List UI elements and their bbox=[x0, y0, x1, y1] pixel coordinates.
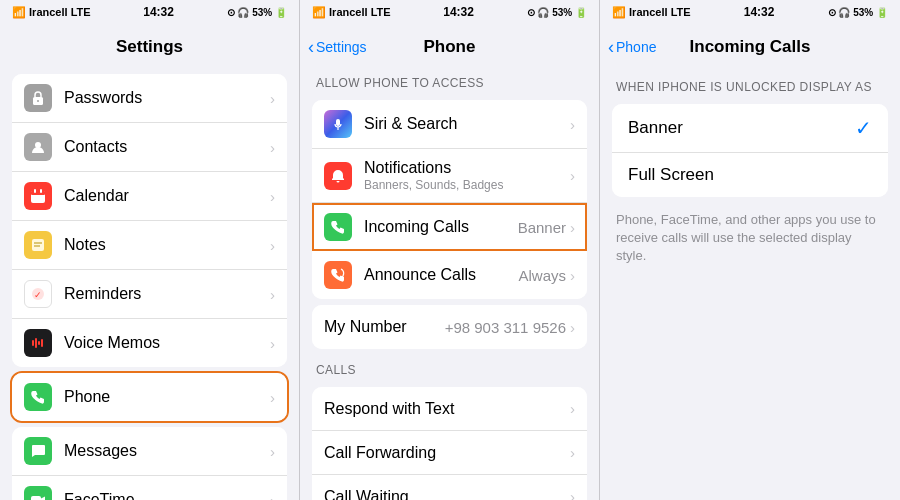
phone-item-notifications[interactable]: Notifications Banners, Sounds, Badges › bbox=[312, 149, 587, 203]
settings-item-messages[interactable]: Messages › bbox=[12, 427, 287, 476]
carrier-1: 📶 Irancell LTE bbox=[12, 6, 91, 19]
respondtext-label: Respond with Text bbox=[324, 400, 570, 418]
display-as-label: WHEN IPHONE IS UNLOCKED DISPLAY AS bbox=[600, 68, 900, 98]
calendar-icon bbox=[24, 182, 52, 210]
callforwarding-chevron: › bbox=[570, 444, 575, 461]
mynumber-label: My Number bbox=[324, 318, 445, 336]
announcecalls-label: Announce Calls bbox=[364, 266, 518, 284]
callwaiting-chevron: › bbox=[570, 488, 575, 500]
phone-header: ‹ Settings Phone bbox=[300, 24, 599, 68]
svg-text:✓: ✓ bbox=[34, 290, 42, 300]
voicememos-icon bbox=[24, 329, 52, 357]
calendar-chevron: › bbox=[270, 188, 275, 205]
phone-back-button[interactable]: ‹ Phone bbox=[608, 39, 656, 56]
siri-icon bbox=[324, 110, 352, 138]
phone-item-incomingcalls[interactable]: Incoming Calls Banner › bbox=[312, 203, 587, 251]
settings-header: Settings bbox=[0, 24, 299, 68]
settings-section-1: Passwords › Contacts › bbox=[12, 74, 287, 367]
settings-item-contacts[interactable]: Contacts › bbox=[12, 123, 287, 172]
notes-label: Notes bbox=[64, 236, 270, 254]
notifications-label: Notifications bbox=[364, 159, 570, 177]
mynumber-value: +98 903 311 9526 bbox=[445, 319, 566, 336]
calls-section-label: CALLS bbox=[300, 355, 599, 381]
option-fullscreen[interactable]: Full Screen bbox=[612, 153, 888, 197]
settings-item-facetime[interactable]: FaceTime › bbox=[12, 476, 287, 500]
phone-item-mynumber[interactable]: My Number +98 903 311 9526 › bbox=[312, 305, 587, 349]
phone-item-siri[interactable]: Siri & Search › bbox=[312, 100, 587, 149]
phone-icon bbox=[24, 383, 52, 411]
incomingcalls-icon bbox=[324, 213, 352, 241]
settings-item-reminders[interactable]: ✓ Reminders › bbox=[12, 270, 287, 319]
messages-icon bbox=[24, 437, 52, 465]
allow-access-label: ALLOW PHONE TO ACCESS bbox=[300, 68, 599, 94]
phone-chevron: › bbox=[270, 389, 275, 406]
settings-item-notes[interactable]: Notes › bbox=[12, 221, 287, 270]
incomingcalls-label: Incoming Calls bbox=[364, 218, 518, 236]
svg-rect-12 bbox=[32, 340, 34, 346]
display-description: Phone, FaceTime, and other apps you use … bbox=[600, 203, 900, 274]
back-label-2: Phone bbox=[616, 39, 656, 55]
callforwarding-label: Call Forwarding bbox=[324, 444, 570, 462]
phone-panel: 📶 Irancell LTE 14:32 ⊙ 🎧 53% 🔋 ‹ Setting… bbox=[300, 0, 600, 500]
voicememos-label: Voice Memos bbox=[64, 334, 270, 352]
incomingcalls-value: Banner bbox=[518, 219, 566, 236]
announcecalls-chevron: › bbox=[570, 267, 575, 284]
phone-item-callwaiting[interactable]: Call Waiting › bbox=[312, 475, 587, 500]
phone-item-respondtext[interactable]: Respond with Text › bbox=[312, 387, 587, 431]
incomingcalls-content: WHEN IPHONE IS UNLOCKED DISPLAY AS Banne… bbox=[600, 68, 900, 500]
phone-label: Phone bbox=[64, 388, 270, 406]
fullscreen-label: Full Screen bbox=[628, 165, 872, 185]
time-1: 14:32 bbox=[143, 5, 174, 19]
status-bar-1: 📶 Irancell LTE 14:32 ⊙ 🎧 53% 🔋 bbox=[0, 0, 299, 24]
status-bar-2: 📶 Irancell LTE 14:32 ⊙ 🎧 53% 🔋 bbox=[300, 0, 599, 24]
settings-title: Settings bbox=[116, 37, 183, 57]
status-bar-3: 📶 Irancell LTE 14:32 ⊙ 🎧 53% 🔋 UB19 bbox=[600, 0, 900, 24]
notifications-icon bbox=[324, 162, 352, 190]
settings-section-2: Messages › FaceTime › bbox=[12, 427, 287, 500]
incoming-calls-row[interactable]: Incoming Calls Banner › bbox=[312, 203, 587, 251]
reminders-icon: ✓ bbox=[24, 280, 52, 308]
respondtext-chevron: › bbox=[570, 400, 575, 417]
passwords-icon bbox=[24, 84, 52, 112]
option-banner[interactable]: Banner ✓ bbox=[612, 104, 888, 153]
phone-item-callforwarding[interactable]: Call Forwarding › bbox=[312, 431, 587, 475]
settings-back-button[interactable]: ‹ Settings bbox=[308, 39, 367, 56]
phone-item-announcecalls[interactable]: Announce Calls Always › bbox=[312, 251, 587, 299]
notifications-chevron: › bbox=[570, 167, 575, 184]
settings-item-phone[interactable]: Phone › bbox=[12, 373, 287, 421]
svg-rect-14 bbox=[38, 341, 40, 345]
svg-rect-15 bbox=[41, 339, 43, 347]
settings-item-calendar[interactable]: Calendar › bbox=[12, 172, 287, 221]
phone-section-mynumber: My Number +98 903 311 9526 › bbox=[312, 305, 587, 349]
icons-1: ⊙ 🎧 53% 🔋 bbox=[227, 7, 287, 18]
callwaiting-label: Call Waiting bbox=[324, 488, 570, 501]
settings-item-passwords[interactable]: Passwords › bbox=[12, 74, 287, 123]
back-chevron-icon: ‹ bbox=[308, 38, 314, 56]
facetime-icon bbox=[24, 486, 52, 500]
banner-label: Banner bbox=[628, 118, 855, 138]
phone-list: ALLOW PHONE TO ACCESS Siri & Search › bbox=[300, 68, 599, 500]
messages-label: Messages bbox=[64, 442, 270, 460]
carrier-2: 📶 Irancell LTE bbox=[312, 6, 391, 19]
phone-highlight-wrapper: Phone › bbox=[12, 373, 287, 421]
settings-item-voicememos[interactable]: Voice Memos › bbox=[12, 319, 287, 367]
icons-3: ⊙ 🎧 53% 🔋 UB19 bbox=[828, 7, 888, 18]
settings-list: Passwords › Contacts › bbox=[0, 68, 299, 500]
svg-rect-4 bbox=[31, 191, 45, 195]
time-2: 14:32 bbox=[443, 5, 474, 19]
notes-chevron: › bbox=[270, 237, 275, 254]
back-chevron-icon-2: ‹ bbox=[608, 38, 614, 56]
display-options: Banner ✓ Full Screen bbox=[612, 104, 888, 197]
siri-chevron: › bbox=[570, 116, 575, 133]
reminders-chevron: › bbox=[270, 286, 275, 303]
calendar-label: Calendar bbox=[64, 187, 270, 205]
contacts-chevron: › bbox=[270, 139, 275, 156]
svg-point-1 bbox=[37, 100, 39, 102]
phone-section-calls: Respond with Text › Call Forwarding › Ca… bbox=[312, 387, 587, 500]
incomingcalls-header: ‹ Phone Incoming Calls bbox=[600, 24, 900, 68]
svg-rect-13 bbox=[35, 338, 37, 348]
carrier-3: 📶 Irancell LTE bbox=[612, 6, 691, 19]
phone-title: Phone bbox=[424, 37, 476, 57]
icons-2: ⊙ 🎧 53% 🔋 bbox=[527, 7, 587, 18]
svg-rect-16 bbox=[31, 496, 41, 500]
